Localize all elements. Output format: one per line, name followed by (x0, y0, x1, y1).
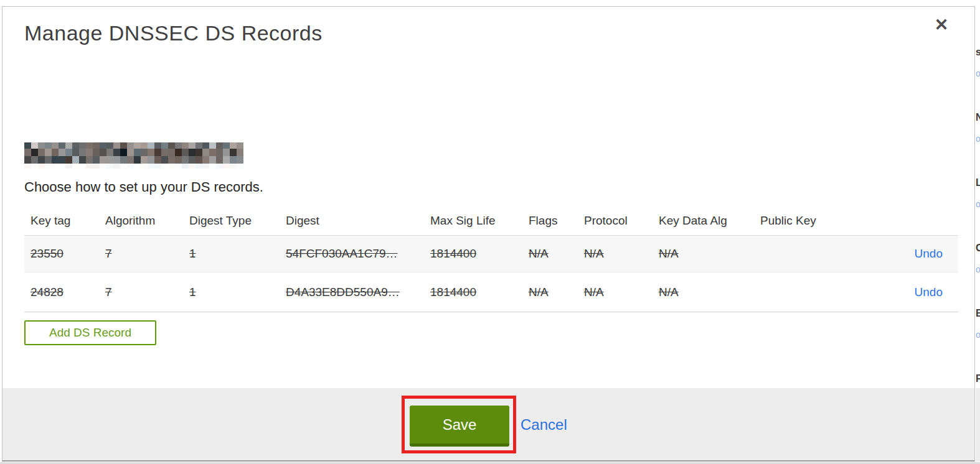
column-header: Max Sig Life (424, 214, 522, 228)
cell-algorithm: 7 (99, 285, 183, 299)
column-header: Key Data Alg (653, 214, 754, 228)
table-row: 2482871D4A33E8DD550A9…1814400N/AN/AN/AUn… (24, 272, 958, 312)
background-link-fragment: o (976, 134, 980, 144)
cell-key-data-alg: N/A (653, 285, 754, 299)
background-link-fragment: o (976, 264, 980, 274)
background-text-fragment: s (976, 47, 980, 58)
column-header: Flags (522, 214, 578, 228)
cell-protocol: N/A (578, 285, 653, 299)
dnssec-ds-records-modal: Manage DNSSEC DS Records ✕ Choose how to… (2, 6, 975, 462)
table-header-row: Key tagAlgorithmDigest TypeDigestMax Sig… (24, 206, 958, 236)
background-text-fragment: L (976, 177, 980, 188)
undo-link[interactable]: Undo (915, 285, 958, 299)
cell-key-tag: 23550 (24, 247, 99, 261)
background-link-fragment: o (976, 330, 980, 340)
cell-digest-type: 1 (183, 285, 280, 299)
table-row: 235507154FCF030AA1C79…1814400N/AN/AN/AUn… (24, 236, 958, 272)
intro-text: Choose how to set up your DS records. (24, 179, 263, 195)
cell-key-tag: 24828 (24, 285, 99, 299)
column-header: Algorithm (99, 214, 183, 228)
column-header: Digest Type (183, 214, 280, 228)
column-header: Public Key (754, 214, 893, 228)
cell-key-data-alg: N/A (653, 247, 754, 261)
background-page-strip: soNoLoCoEoPo (976, 6, 980, 462)
background-link-fragment: o (976, 68, 980, 78)
background-link-fragment: o (976, 199, 980, 209)
cell-max-sig-life: 1814400 (424, 285, 522, 299)
background-text-fragment: C (976, 243, 980, 254)
cell-flags: N/A (522, 247, 578, 261)
ds-records-table: Key tagAlgorithmDigest TypeDigestMax Sig… (24, 206, 958, 312)
cell-algorithm: 7 (99, 247, 183, 261)
close-icon[interactable]: ✕ (931, 14, 952, 35)
cell-digest: 54FCF030AA1C79… (280, 247, 424, 261)
cancel-link[interactable]: Cancel (521, 415, 567, 434)
cell-max-sig-life: 1814400 (424, 247, 522, 261)
background-text-fragment: P (976, 373, 980, 384)
background-text-fragment: E (976, 308, 980, 319)
cell-protocol: N/A (578, 247, 653, 261)
ds-table-body: 235507154FCF030AA1C79…1814400N/AN/AN/AUn… (24, 236, 958, 312)
background-text-fragment: N (976, 112, 980, 123)
cell-digest: D4A33E8DD550A9… (280, 285, 424, 299)
save-button[interactable]: Save (410, 406, 509, 447)
modal-title: Manage DNSSEC DS Records (24, 21, 323, 45)
undo-link[interactable]: Undo (915, 247, 958, 261)
column-header: Digest (280, 214, 424, 228)
column-header: Protocol (578, 214, 653, 228)
cell-flags: N/A (522, 285, 578, 299)
cell-digest-type: 1 (183, 247, 280, 261)
redacted-domain-name (24, 142, 245, 170)
column-header: Key tag (24, 214, 99, 228)
add-ds-record-button[interactable]: Add DS Record (24, 320, 156, 345)
